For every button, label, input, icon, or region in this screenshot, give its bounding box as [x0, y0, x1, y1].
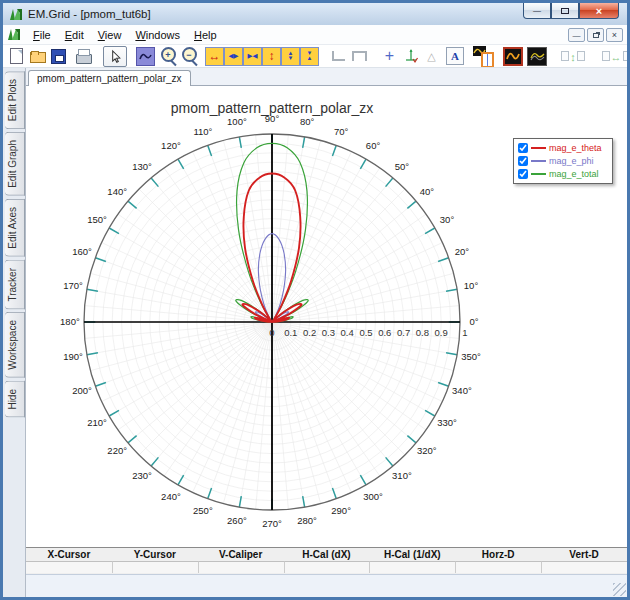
readout-value	[541, 561, 627, 573]
close-button[interactable]	[579, 3, 619, 19]
svg-text:210°: 210°	[87, 417, 107, 428]
resize-grip[interactable]	[613, 583, 626, 596]
maximize-button[interactable]	[551, 3, 579, 19]
expand-y-button[interactable]	[262, 47, 281, 66]
plot-style-button[interactable]	[503, 47, 523, 66]
zoom-window-button[interactable]	[136, 47, 155, 66]
zoom-out-button[interactable]	[180, 46, 201, 67]
readout-header-row: X-Cursor Y-Cursor V-Caliper H-Cal (dX) H…	[26, 548, 627, 561]
svg-text:180°: 180°	[60, 316, 80, 327]
sidebar-tabstrip: Edit Plots Edit Graph Edit Axes Tracker …	[3, 68, 25, 597]
corner-tool-button	[328, 46, 349, 67]
svg-text:40°: 40°	[420, 186, 435, 197]
legend-label: mag_e_theta	[549, 143, 602, 153]
h-spread-icon	[611, 49, 622, 64]
sidebar-tab-edit-axes[interactable]: Edit Axes	[5, 199, 25, 257]
svg-text:20°: 20°	[455, 246, 470, 257]
svg-text:100°: 100°	[227, 116, 247, 127]
axes-icon	[403, 48, 419, 64]
svg-text:190°: 190°	[63, 351, 83, 362]
shrink-y-button[interactable]	[300, 47, 319, 66]
readout-col-horz-d: Horz-D	[455, 548, 541, 561]
document-tab[interactable]: pmom_pattern_pattern_polar_zx	[28, 70, 191, 86]
content-area: pmom_pattern_pattern_polar_zx 0°10°20°30…	[25, 68, 627, 597]
save-button[interactable]	[48, 46, 69, 67]
app-window: EM.Grid - [pmom_tut6b] File Edit View Wi…	[0, 0, 630, 600]
sidebar-tab-hide[interactable]: Hide	[5, 381, 25, 418]
svg-text:250°: 250°	[193, 505, 213, 516]
svg-text:pmom_pattern_pattern_polar_zx: pmom_pattern_pattern_polar_zx	[171, 100, 373, 116]
svg-text:0: 0	[269, 327, 274, 338]
mdi-restore-button[interactable]	[587, 28, 604, 42]
legend-checkbox-mag-e-total[interactable]	[518, 169, 528, 179]
v-spacing-button	[556, 46, 590, 67]
svg-text:310°: 310°	[392, 470, 412, 481]
new-document-button[interactable]	[6, 46, 27, 67]
print-button[interactable]	[73, 46, 94, 67]
sidebar-tab-tracker[interactable]: Tracker	[5, 260, 25, 310]
svg-text:0.3: 0.3	[322, 327, 335, 338]
menu-windows[interactable]: Windows	[128, 27, 187, 43]
svg-text:150°: 150°	[87, 214, 107, 225]
svg-text:60°: 60°	[366, 140, 381, 151]
plot-overlay-button[interactable]	[527, 47, 547, 66]
placeholder-box	[577, 51, 585, 61]
axes-tool-button[interactable]	[400, 46, 421, 67]
stretch-y-button[interactable]	[281, 47, 300, 66]
sidebar-tab-edit-plots[interactable]: Edit Plots	[5, 71, 25, 129]
status-bar	[26, 574, 627, 597]
stretch-x-button[interactable]	[224, 47, 243, 66]
menu-edit[interactable]: Edit	[58, 27, 91, 43]
menu-file[interactable]: File	[26, 27, 58, 43]
wave-icon	[139, 51, 152, 62]
svg-text:280°: 280°	[297, 515, 317, 526]
crosshair-tool-button[interactable]	[379, 46, 400, 67]
svg-text:130°: 130°	[132, 161, 152, 172]
mdi-close-button[interactable]	[606, 28, 623, 42]
svg-text:70°: 70°	[334, 126, 349, 137]
svg-text:0.7: 0.7	[397, 327, 410, 338]
readout-value	[369, 561, 455, 573]
legend-line-sample	[531, 147, 546, 149]
svg-text:300°: 300°	[363, 491, 383, 502]
subplot-tool-button[interactable]	[473, 46, 494, 67]
zoom-in-button[interactable]	[159, 46, 180, 67]
svg-text:1: 1	[462, 327, 467, 338]
readout-col-h-cal-dx: H-Cal (dX)	[284, 548, 370, 561]
menu-help[interactable]: Help	[187, 27, 224, 43]
mdi-window-controls	[568, 28, 623, 42]
svg-text:220°: 220°	[107, 445, 127, 456]
svg-text:160°: 160°	[72, 246, 92, 257]
maximize-icon	[561, 8, 569, 14]
svg-text:30°: 30°	[440, 214, 455, 225]
svg-text:80°: 80°	[300, 116, 315, 127]
expand-x-button[interactable]	[205, 47, 224, 66]
menu-view[interactable]: View	[91, 27, 129, 43]
svg-text:110°: 110°	[193, 126, 212, 137]
readout-value	[455, 561, 541, 573]
shrink-x-button[interactable]	[243, 47, 262, 66]
svg-text:0°: 0°	[470, 316, 479, 327]
placeholder-box	[602, 51, 610, 61]
readout-value	[198, 561, 284, 573]
svg-text:270°: 270°	[262, 518, 282, 529]
legend-checkbox-mag-e-phi[interactable]	[518, 156, 528, 166]
svg-text:10°: 10°	[464, 280, 479, 291]
toolbar: Layou	[3, 45, 627, 68]
svg-text:120°: 120°	[161, 140, 181, 151]
text-annotation-button[interactable]	[446, 47, 464, 65]
window-title: EM.Grid - [pmom_tut6b]	[28, 8, 151, 20]
mdi-document-icon	[7, 28, 21, 41]
restore-icon	[593, 33, 599, 38]
svg-text:0.9: 0.9	[435, 327, 448, 338]
legend-checkbox-mag-e-theta[interactable]	[518, 143, 528, 153]
svg-text:230°: 230°	[132, 470, 152, 481]
sidebar-tab-workspace[interactable]: Workspace	[5, 312, 25, 378]
svg-text:140°: 140°	[107, 186, 127, 197]
sidebar-tab-edit-graph[interactable]: Edit Graph	[5, 132, 25, 196]
minimize-button[interactable]	[523, 3, 551, 19]
mdi-minimize-button[interactable]	[568, 28, 585, 42]
cursor-readout-table: X-Cursor Y-Cursor V-Caliper H-Cal (dX) H…	[26, 547, 627, 574]
pointer-tool-button[interactable]	[103, 46, 127, 67]
open-file-button[interactable]	[27, 46, 48, 67]
